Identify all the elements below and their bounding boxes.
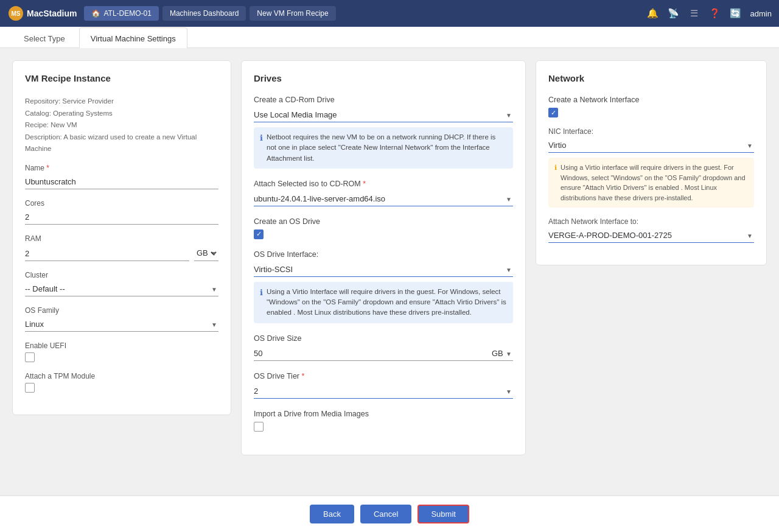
bell-icon[interactable]: 🔔 [645,5,662,22]
os-drive-interface-label: OS Drive Interface: [254,250,513,259]
footer: Back Cancel Submit [0,495,779,532]
create-interface-label: Create a Network Interface [548,96,754,104]
refresh-icon[interactable]: 🔄 [727,5,744,22]
create-interface-checkbox[interactable] [548,108,558,117]
os-family-field-group: OS Family Linux Windows ▼ [25,306,218,332]
attach-network-group: Attach Network Interface to: VERGE-A-PRO… [548,217,754,243]
os-drive-size-input[interactable] [254,346,489,361]
os-drive-size-section: OS Drive Size GB TB ▼ [254,334,513,361]
nic-interface-select[interactable]: Virtio E1000 VMXNET3 [548,138,754,153]
os-drive-tier-select-wrap: 2 1 3 ▼ [254,384,513,399]
enable-uefi-label: Enable UEFI [25,341,218,350]
drives-title: Drives [254,73,513,88]
create-os-drive-section: Create an OS Drive [254,217,513,239]
cancel-button[interactable]: Cancel [360,505,411,523]
top-navigation: MS MacStadium 🏠 ATL-DEMO-01 Machines Das… [0,0,779,27]
tpm-checkbox[interactable] [25,383,35,393]
back-button[interactable]: Back [310,505,354,523]
ram-unit-wrap: GB MB ▼ [194,245,218,261]
os-family-select-wrap: Linux Windows ▼ [25,317,218,332]
cluster-select[interactable]: -- Default -- [25,282,218,296]
svg-text:MS: MS [12,10,21,17]
os-drive-tier-label: OS Drive Tier * [254,372,513,380]
create-interface-group: Create a Network Interface [548,96,754,117]
cores-label: Cores [25,199,218,208]
enable-uefi-checkbox[interactable] [25,352,35,362]
logo-text: MacStadium [27,9,77,18]
nic-interface-group: NIC Interface: Virtio E1000 VMXNET3 ▼ ℹ … [548,127,754,208]
nav-machines-dashboard[interactable]: Machines Dashboard [162,6,246,21]
cd-rom-select[interactable]: Use Local Media Image Create New CD-ROM … [254,108,513,122]
os-drive-tier-section: OS Drive Tier * 2 1 3 ▼ [254,372,513,399]
ram-label: RAM [25,234,218,243]
nic-info-box: ℹ Using a Virtio interface will require … [548,158,754,208]
network-title: Network [548,73,754,88]
cluster-select-wrap: -- Default -- ▼ [25,282,218,296]
cd-rom-label: Create a CD-Rom Drive [254,96,513,104]
cd-rom-select-wrap: Use Local Media Image Create New CD-ROM … [254,108,513,122]
os-drive-size-row: GB TB ▼ [254,346,513,361]
attach-iso-select[interactable]: ubuntu-24.04.1-live-server-amd64.iso [254,192,513,206]
os-drive-interface-select-wrap: Virtio-SCSI IDE SATA ▼ [254,262,513,277]
main-content: VM Recipe Instance Repository: Service P… [0,48,779,495]
os-family-select[interactable]: Linux Windows [25,317,218,332]
name-required: * [46,164,49,172]
cd-rom-section: Create a CD-Rom Drive Use Local Media Im… [254,96,513,169]
name-label: Name * [25,164,218,172]
os-drive-size-unit-select[interactable]: GB TB [489,346,513,361]
create-os-drive-label: Create an OS Drive [254,217,513,226]
info-icon: ℹ [260,132,263,164]
rss-icon[interactable]: 📡 [665,5,682,22]
vm-recipe-title: VM Recipe Instance [25,73,218,88]
vm-meta-info: Repository: Service Provider Catalog: Op… [25,96,218,155]
attach-iso-label: Attach Selected iso to CD-ROM * [254,180,513,188]
attach-network-label: Attach Network Interface to: [548,217,754,226]
cluster-field-group: Cluster -- Default -- ▼ [25,271,218,296]
nav-atl-demo[interactable]: 🏠 ATL-DEMO-01 [84,6,158,21]
os-drive-size-label: OS Drive Size [254,334,513,343]
nic-interface-label: NIC Interface: [548,127,754,136]
nic-interface-select-wrap: Virtio E1000 VMXNET3 ▼ [548,138,754,153]
help-icon[interactable]: ❓ [707,5,724,22]
cluster-label: Cluster [25,271,218,279]
nav-icon-group: 🔔 📡 ☰ ❓ 🔄 admin [645,5,772,22]
cores-field-group: Cores [25,199,218,225]
os-drive-interface-section: OS Drive Interface: Virtio-SCSI IDE SATA… [254,250,513,323]
vm-recipe-card: VM Recipe Instance Repository: Service P… [12,60,231,415]
import-drive-label: Import a Drive from Media Images [254,410,513,418]
tabs-bar: Select Type Virtual Machine Settings [0,27,779,48]
nic-info-icon: ℹ [554,163,557,203]
attach-iso-section: Attach Selected iso to CD-ROM * ubuntu-2… [254,180,513,206]
os-drive-interface-select[interactable]: Virtio-SCSI IDE SATA [254,262,513,277]
home-icon: 🏠 [91,9,100,18]
name-field-group: Name * [25,164,218,189]
ram-unit-select[interactable]: GB MB [194,245,218,261]
tpm-label: Attach a TPM Module [25,372,218,380]
tab-select-type[interactable]: Select Type [12,27,77,48]
nav-new-vm-from-recipe[interactable]: New VM From Recipe [250,6,335,21]
os-drive-tier-select[interactable]: 2 1 3 [254,384,513,399]
admin-label: admin [750,9,772,18]
menu-icon[interactable]: ☰ [686,5,703,22]
os-drive-info-icon: ℹ [260,287,263,318]
drives-card: Drives Create a CD-Rom Drive Use Local M… [241,60,526,455]
enable-uefi-group: Enable UEFI [25,341,218,362]
attach-network-select-wrap: VERGE-A-PROD-DEMO-001-2725 ▼ [548,228,754,243]
os-family-label: OS Family [25,306,218,315]
import-drive-checkbox[interactable] [254,422,264,432]
submit-button[interactable]: Submit [417,505,469,523]
cores-input[interactable] [25,210,218,225]
create-os-drive-checkbox[interactable] [254,229,264,239]
ram-field-group: RAM GB MB ▼ [25,234,218,261]
network-card: Network Create a Network Interface NIC I… [536,60,767,265]
ram-input[interactable] [25,247,189,261]
os-drive-size-unit-wrap: GB TB ▼ [489,346,513,361]
macstadium-logo-icon: MS [7,5,24,22]
name-input[interactable] [25,175,218,189]
os-drive-info-box: ℹ Using a Virtio Interface will require … [254,282,513,323]
attach-network-select[interactable]: VERGE-A-PROD-DEMO-001-2725 [548,228,754,243]
import-drive-section: Import a Drive from Media Images [254,410,513,432]
logo: MS MacStadium [7,5,77,22]
attach-iso-select-wrap: ubuntu-24.04.1-live-server-amd64.iso ▼ [254,192,513,206]
tab-vm-settings[interactable]: Virtual Machine Settings [79,27,187,48]
